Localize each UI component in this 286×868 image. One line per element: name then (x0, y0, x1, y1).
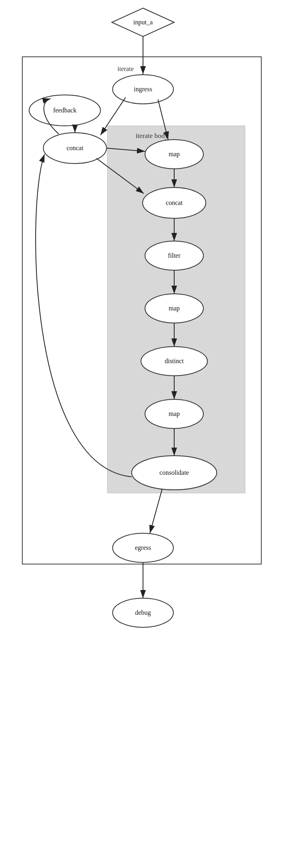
node-ingress-label: ingress (134, 86, 152, 93)
iterate-label: iterate (117, 65, 134, 72)
node-input-a-label: input_a (133, 19, 153, 26)
node-debug-label: debug (135, 609, 151, 616)
node-distinct-label: distinct (164, 358, 184, 364)
node-map3-label: map (169, 410, 180, 418)
node-map2-label: map (169, 305, 180, 312)
diagram: iterate body iterate input_a feedback in… (0, 0, 286, 868)
node-concat-inner-label: concat (166, 199, 183, 206)
arrow-consolidate-egress (150, 489, 162, 533)
node-feedback-label: feedback (53, 107, 77, 114)
node-egress-label: egress (135, 544, 151, 551)
node-map1-label: map (169, 151, 180, 158)
node-filter-label: filter (168, 252, 181, 259)
node-concat-outer-label: concat (66, 144, 83, 151)
iterate-body-label: iterate body (136, 132, 169, 140)
node-consolidate-label: consolidate (160, 469, 189, 476)
